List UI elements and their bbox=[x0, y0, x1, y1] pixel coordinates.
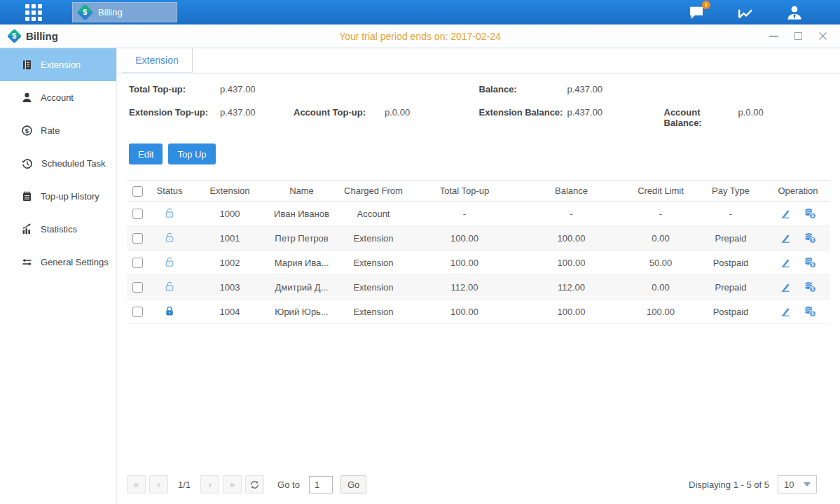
edit-row-icon[interactable] bbox=[780, 257, 791, 268]
cell-total-topup: 100.00 bbox=[412, 251, 517, 275]
cell-total-topup: - bbox=[412, 202, 517, 226]
top-up-row-icon[interactable] bbox=[804, 281, 816, 293]
edit-button[interactable]: Edit bbox=[129, 144, 163, 164]
cell-pay-type: Postpaid bbox=[696, 251, 766, 275]
dollar-circle-icon bbox=[21, 125, 33, 136]
content-panel: Extension Total Top-up: p.437.00 Extensi… bbox=[117, 48, 840, 504]
cell-credit-limit: 100.00 bbox=[626, 300, 696, 324]
cell-credit-limit: 0.00 bbox=[626, 275, 696, 300]
cell-charged-from: Extension bbox=[335, 226, 412, 251]
page-size-select[interactable]: 10 bbox=[778, 475, 817, 493]
user-account-icon[interactable] bbox=[785, 5, 804, 20]
statistics-chart-icon[interactable] bbox=[736, 5, 755, 20]
cell-balance: - bbox=[517, 202, 626, 226]
edit-row-icon[interactable] bbox=[780, 232, 791, 244]
cell-balance: 100.00 bbox=[517, 300, 626, 324]
account-topup-label: Account Top-up: bbox=[294, 107, 385, 118]
cell-balance: 112.00 bbox=[517, 275, 626, 300]
top-up-row-icon[interactable] bbox=[804, 306, 816, 317]
extension-table: Status Extension Name Charged From Total… bbox=[127, 180, 830, 469]
window-title: $ Billing bbox=[9, 30, 58, 42]
cell-total-topup: 100.00 bbox=[412, 300, 517, 324]
cell-balance: 100.00 bbox=[517, 226, 626, 251]
task-tab-label: Billing bbox=[98, 7, 123, 18]
sidebar-item-general-settings[interactable]: General Settings bbox=[0, 246, 116, 279]
maximize-button[interactable] bbox=[793, 31, 803, 41]
top-navbar: $ Billing ! bbox=[0, 0, 840, 24]
go-button[interactable]: Go bbox=[340, 475, 366, 493]
goto-label: Go to bbox=[277, 479, 300, 490]
sidebar-item-rate[interactable]: Rate bbox=[0, 114, 116, 147]
notepad-icon bbox=[21, 190, 33, 202]
cell-credit-limit: 50.00 bbox=[626, 251, 696, 275]
sidebar-item-scheduled-task[interactable]: Scheduled Task bbox=[0, 147, 116, 180]
row-checkbox[interactable] bbox=[132, 282, 143, 293]
chevron-down-icon bbox=[804, 482, 811, 486]
top-up-row-icon[interactable] bbox=[804, 232, 816, 244]
prev-page-button[interactable]: ‹ bbox=[149, 475, 168, 493]
sliders-icon bbox=[21, 256, 33, 268]
notification-badge: ! bbox=[702, 1, 710, 9]
top-up-row-icon[interactable] bbox=[804, 208, 816, 219]
sidebar-item-label: Top-up History bbox=[41, 191, 99, 202]
total-topup-value: p.437.00 bbox=[220, 84, 256, 94]
edit-row-icon[interactable] bbox=[780, 281, 791, 293]
top-up-button[interactable]: Top Up bbox=[168, 144, 215, 164]
next-page-button[interactable]: › bbox=[200, 475, 219, 493]
cell-charged-from: Extension bbox=[335, 275, 412, 300]
task-tab-billing[interactable]: $ Billing bbox=[72, 2, 177, 22]
row-checkbox[interactable] bbox=[132, 233, 143, 244]
cell-name: Юрий Юрь... bbox=[268, 300, 335, 324]
cell-pay-type: Prepaid bbox=[696, 226, 766, 251]
select-all-checkbox[interactable] bbox=[132, 186, 143, 197]
sidebar-item-extension[interactable]: Extension bbox=[0, 48, 116, 81]
col-total-topup: Total Top-up bbox=[412, 181, 517, 202]
sidebar-item-topup-history[interactable]: Top-up History bbox=[0, 180, 116, 213]
goto-page-input[interactable] bbox=[309, 476, 333, 493]
app-launcher-icon[interactable] bbox=[25, 4, 42, 21]
extension-topup-value: p.437.00 bbox=[220, 107, 294, 118]
first-page-button[interactable]: « bbox=[127, 475, 146, 493]
sidebar-item-account[interactable]: Account bbox=[0, 81, 116, 114]
displaying-range: Displaying 1 - 5 of 5 bbox=[689, 479, 769, 490]
table-row: 1002 Мария Ива... Extension 100.00 100.0… bbox=[127, 251, 830, 275]
minimize-button[interactable] bbox=[769, 31, 778, 41]
sidebar-item-label: Scheduled Task bbox=[41, 158, 106, 169]
summary-panel: Total Top-up: p.437.00 Extension Top-up:… bbox=[117, 74, 840, 141]
cell-credit-limit: 0.00 bbox=[626, 226, 696, 251]
close-button[interactable] bbox=[818, 31, 827, 41]
cell-name: Иван Иванов bbox=[268, 202, 335, 226]
extension-balance-value: p.437.00 bbox=[567, 107, 664, 118]
row-checkbox[interactable] bbox=[132, 209, 143, 219]
cell-extension: 1002 bbox=[191, 251, 268, 275]
col-pay-type: Pay Type bbox=[696, 181, 766, 202]
sidebar-item-statistics[interactable]: Statistics bbox=[0, 213, 116, 246]
balance-label: Balance: bbox=[479, 84, 567, 94]
messages-icon[interactable]: ! bbox=[687, 5, 705, 20]
trial-notice: Your trial period ends on: 2017-02-24 bbox=[0, 31, 840, 42]
edit-row-icon[interactable] bbox=[780, 208, 791, 219]
cell-charged-from: Account bbox=[335, 202, 412, 226]
refresh-button[interactable] bbox=[245, 475, 264, 493]
cell-pay-type: - bbox=[696, 202, 766, 226]
row-checkbox[interactable] bbox=[132, 258, 143, 268]
cell-total-topup: 100.00 bbox=[412, 226, 517, 251]
table-row: 1001 Петр Петров Extension 100.00 100.00… bbox=[127, 226, 830, 251]
edit-row-icon[interactable] bbox=[780, 306, 791, 317]
table-row: 1003 Дмитрий Д... Extension 112.00 112.0… bbox=[127, 275, 830, 300]
ledger-icon bbox=[21, 59, 33, 71]
tab-strip: Extension bbox=[117, 48, 840, 74]
account-topup-value: p.0.00 bbox=[385, 107, 410, 118]
cell-pay-type: Prepaid bbox=[696, 275, 766, 300]
unlocked-icon bbox=[164, 256, 175, 267]
balance-value: p.437.00 bbox=[567, 84, 603, 94]
col-credit-limit: Credit Limit bbox=[626, 181, 696, 202]
sidebar-item-label: Statistics bbox=[41, 224, 77, 234]
pagination-bar: « ‹ 1/1 › » Go to Go Displaying 1 - 5 of… bbox=[127, 469, 830, 500]
page-indicator: 1/1 bbox=[178, 479, 191, 490]
last-page-button[interactable]: » bbox=[223, 475, 242, 493]
row-checkbox[interactable] bbox=[132, 307, 143, 317]
top-up-row-icon[interactable] bbox=[804, 257, 816, 268]
tab-extension[interactable]: Extension bbox=[122, 48, 193, 74]
sidebar-item-label: Extension bbox=[41, 59, 81, 70]
